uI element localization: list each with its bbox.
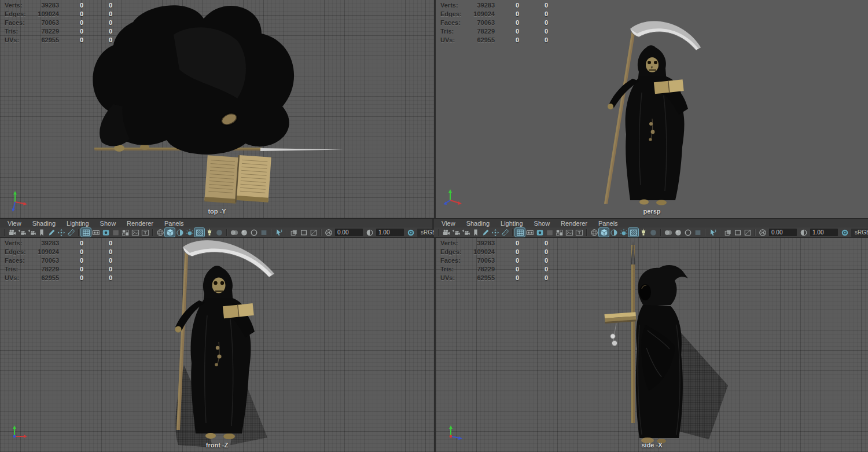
hud-row: Verts:3928300 — [0, 1, 139, 10]
select-tool-context-icon[interactable] — [708, 228, 718, 237]
gate-mask-icon[interactable] — [111, 228, 120, 237]
hud-stat-col3: 0 — [102, 256, 119, 265]
menu-renderer[interactable]: Renderer — [122, 220, 159, 227]
exposure-icon[interactable] — [323, 228, 333, 237]
use-all-lights-icon[interactable] — [619, 228, 628, 237]
bookmark-icon[interactable] — [470, 228, 480, 237]
isolate-select-icon[interactable] — [683, 228, 693, 237]
select-tool-context-icon[interactable] — [274, 228, 284, 237]
select-camera-icon[interactable] — [441, 228, 451, 237]
panel-iconbar: 0.001.00sRGB gamma▼ — [434, 227, 868, 237]
hud-stat-label: Tris: — [5, 265, 18, 274]
menu-show[interactable]: Show — [529, 220, 556, 227]
gamma-icon[interactable] — [799, 228, 808, 237]
hud-stat-value: 62955 — [28, 36, 59, 45]
use-all-lights-icon[interactable] — [185, 228, 194, 237]
menu-panels[interactable]: Panels — [159, 220, 190, 227]
safe-title-icon[interactable] — [574, 228, 584, 237]
gamma-icon[interactable] — [365, 228, 374, 237]
grid-toggle-icon[interactable] — [515, 228, 525, 237]
camera-attributes-icon[interactable] — [17, 228, 27, 237]
camera-attributes-icon[interactable] — [451, 228, 461, 237]
textured-display-icon[interactable] — [175, 228, 185, 237]
menu-panels[interactable]: Panels — [593, 220, 624, 227]
menu-view[interactable]: View — [436, 220, 461, 227]
field-chart-icon[interactable] — [554, 228, 564, 237]
shadows-toggle-icon[interactable] — [628, 228, 638, 237]
xray-display-icon[interactable] — [693, 228, 703, 237]
two-d-pan-zoom-icon[interactable] — [490, 228, 500, 237]
xray-display-icon[interactable] — [259, 228, 269, 237]
hud-stat-col2: 0 — [73, 256, 90, 265]
textured-display-icon[interactable] — [609, 228, 619, 237]
grease-pencil-icon[interactable] — [66, 228, 76, 237]
image-plane-icon[interactable] — [46, 228, 56, 237]
gate-mask-icon[interactable] — [545, 228, 554, 237]
menu-shading[interactable]: Shading — [27, 220, 61, 227]
gamma-field[interactable]: 1.00 — [810, 229, 838, 236]
multisample-aa-icon[interactable] — [229, 228, 239, 237]
view-transform-dropdown[interactable]: sRGB gamma▼ — [851, 229, 868, 237]
select-camera-icon[interactable] — [7, 228, 17, 237]
viewport-persp[interactable]: Verts:3928300Edges:10902400Faces:7006300… — [436, 0, 868, 218]
depth-of-field-icon[interactable] — [239, 228, 249, 237]
menu-show[interactable]: Show — [95, 220, 122, 227]
hud-stat-value: 109024 — [28, 10, 59, 19]
shadows-toggle-icon[interactable] — [194, 228, 204, 237]
resolution-gate-icon[interactable] — [101, 228, 111, 237]
wireframe-display-icon[interactable] — [589, 228, 599, 237]
toolbar-separator — [755, 229, 755, 236]
view-transform-icon[interactable] — [406, 228, 415, 237]
view-transform-icon[interactable] — [840, 228, 849, 237]
toolbar-separator — [78, 229, 79, 236]
safe-action-icon[interactable] — [130, 228, 140, 237]
menu-renderer[interactable]: Renderer — [556, 220, 593, 227]
grid-toggle-icon[interactable] — [81, 228, 91, 237]
hud-stat-label: Faces: — [440, 19, 461, 27]
motion-blur-icon[interactable] — [214, 228, 224, 237]
snapshot-view-icon[interactable] — [742, 228, 752, 237]
motion-blur-icon[interactable] — [648, 228, 658, 237]
film-gate-icon[interactable] — [525, 228, 535, 237]
paste-view-icon[interactable] — [299, 228, 308, 237]
image-plane-icon[interactable] — [480, 228, 490, 237]
viewport-side[interactable]: Verts:3928300Edges:10902400Faces:7006300… — [436, 238, 868, 452]
depth-of-field-icon[interactable] — [673, 228, 683, 237]
two-d-pan-zoom-icon[interactable] — [56, 228, 66, 237]
paste-view-icon[interactable] — [733, 228, 742, 237]
menu-lighting[interactable]: Lighting — [61, 220, 95, 227]
film-gate-icon[interactable] — [91, 228, 101, 237]
copy-view-icon[interactable] — [723, 228, 733, 237]
camera-bookmarks-icon[interactable] — [461, 228, 470, 237]
shaded-display-icon[interactable] — [165, 228, 175, 237]
safe-title-icon[interactable] — [140, 228, 150, 237]
snapshot-view-icon[interactable] — [308, 228, 318, 237]
exposure-field[interactable]: 0.00 — [769, 229, 797, 236]
viewport-top[interactable]: Verts:3928300Edges:10902400Faces:7006300… — [0, 0, 434, 218]
menu-view[interactable]: View — [2, 220, 27, 227]
field-chart-icon[interactable] — [120, 228, 130, 237]
shaded-display-icon[interactable] — [599, 228, 609, 237]
wireframe-display-icon[interactable] — [155, 228, 165, 237]
multisample-aa-icon[interactable] — [663, 228, 673, 237]
copy-view-icon[interactable] — [289, 228, 299, 237]
poly-count-hud: Verts:3928300Edges:10902400Faces:7006300… — [0, 239, 139, 282]
gamma-field[interactable]: 1.00 — [376, 229, 404, 236]
viewport-front[interactable]: Verts:3928300Edges:10902400Faces:7006300… — [0, 238, 434, 452]
hud-stat-value: 78229 — [464, 265, 495, 274]
resolution-gate-icon[interactable] — [535, 228, 545, 237]
camera-bookmarks-icon[interactable] — [27, 228, 36, 237]
exposure-field[interactable]: 0.00 — [335, 229, 363, 236]
screen-space-ao-icon[interactable] — [204, 228, 214, 237]
safe-action-icon[interactable] — [564, 228, 574, 237]
grease-pencil-icon[interactable] — [500, 228, 510, 237]
isolate-select-icon[interactable] — [249, 228, 259, 237]
hud-stat-col3: 0 — [102, 239, 119, 248]
hud-stat-col2: 0 — [509, 248, 525, 256]
viewport-label: persp — [436, 208, 868, 215]
menu-shading[interactable]: Shading — [461, 220, 495, 227]
exposure-icon[interactable] — [757, 228, 767, 237]
screen-space-ao-icon[interactable] — [638, 228, 648, 237]
menu-lighting[interactable]: Lighting — [495, 220, 529, 227]
bookmark-icon[interactable] — [36, 228, 46, 237]
